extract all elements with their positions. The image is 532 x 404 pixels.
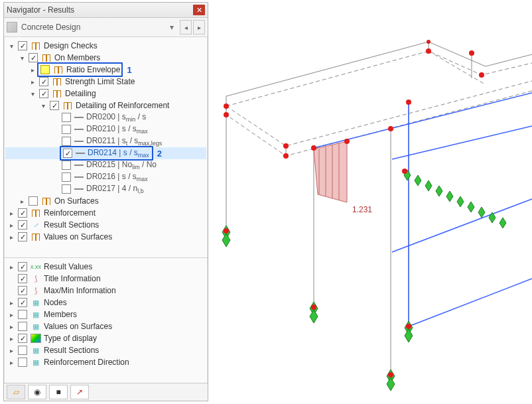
view-mode-button-1[interactable]: ▱	[7, 385, 25, 399]
frame-icon	[53, 65, 64, 74]
view-mode-button-3[interactable]: ■	[49, 385, 68, 399]
tree-node-title-information[interactable]: ⟆ Title Information	[5, 273, 206, 285]
twisty-icon[interactable]: ▸	[7, 358, 16, 367]
tree-label: On Members	[53, 53, 100, 62]
svg-marker-33	[489, 212, 496, 223]
svg-point-37	[283, 143, 289, 149]
twisty-icon[interactable]: ▸	[7, 220, 16, 230]
view-mode-button-2[interactable]: ◉	[28, 385, 46, 399]
checkbox[interactable]	[18, 232, 27, 241]
tree-node-dr0215[interactable]: DR0215 | Nolim / No	[5, 159, 206, 171]
checkbox[interactable]	[18, 274, 27, 283]
checkbox[interactable]	[18, 262, 27, 271]
results-tree[interactable]: ▾ Design Checks ▾ On Members ▸ Ratio Env…	[4, 37, 208, 257]
tree-node-dr0216[interactable]: DR0216 | s / smax	[5, 171, 206, 183]
checkbox[interactable]	[50, 101, 59, 110]
view-mode-button-4[interactable]: ↗	[70, 385, 89, 399]
tree-node-dr0217[interactable]: DR0217 | 4 / nl,b	[5, 183, 206, 195]
tree-node-strength-limit-state[interactable]: ▸ Strength Limit State	[5, 76, 206, 88]
svg-point-39	[311, 145, 316, 151]
checkbox[interactable]	[18, 41, 27, 50]
checkbox[interactable]	[18, 322, 27, 331]
checkbox[interactable]	[62, 184, 71, 194]
twisty-icon[interactable]: ▸	[17, 196, 27, 206]
tree-node-nodes[interactable]: ▸ ▦ Nodes	[5, 297, 206, 308]
twisty-icon[interactable]: ▾	[38, 101, 48, 110]
tree-label: Type of display	[42, 334, 97, 343]
line-icon	[74, 141, 84, 142]
twisty-icon[interactable]: ▾	[17, 53, 27, 62]
checkbox[interactable]	[39, 89, 48, 98]
twisty-icon[interactable]: ▸	[7, 208, 16, 218]
svg-point-45	[469, 50, 474, 56]
checkbox[interactable]	[62, 172, 71, 182]
titlebar: Navigator - Results ✕	[4, 3, 208, 18]
frame-icon	[31, 208, 41, 218]
tree-node-result-values[interactable]: ▸ x.xx Result Values	[5, 261, 206, 273]
highlight-box-1: Ratio Envelope	[37, 62, 123, 77]
design-type-selector[interactable]: Concrete Design ▾ ◂ ▸	[4, 18, 208, 37]
tree-node-maxmin-information[interactable]: ⟆ Max/Min Information	[5, 285, 206, 297]
checkbox[interactable]	[62, 125, 71, 134]
checkbox[interactable]	[18, 286, 27, 295]
checkbox[interactable]	[39, 77, 48, 86]
svg-line-8	[392, 126, 532, 159]
checkbox[interactable]	[18, 298, 27, 307]
callout-2: 2	[157, 149, 162, 159]
tree-label: Values on Surfaces	[42, 232, 112, 241]
checkbox[interactable]	[29, 53, 38, 62]
checkbox[interactable]	[40, 65, 50, 74]
tree-node-dr0210[interactable]: DR0210 | s / smax	[5, 123, 206, 135]
checkbox[interactable]	[29, 196, 38, 206]
values-icon: x.xx	[31, 262, 41, 271]
twisty-icon[interactable]: ▸	[7, 334, 16, 343]
checkbox[interactable]	[18, 208, 27, 218]
twisty-icon[interactable]: ▸	[7, 310, 16, 319]
svg-point-51	[402, 168, 407, 174]
checkbox[interactable]	[62, 137, 71, 146]
tree-node-values-on-surfaces[interactable]: ▸ Values on Surfaces	[5, 231, 206, 243]
tree-node-detailing-of-reinforcement[interactable]: ▾ Detailing of Reinforcement	[5, 100, 206, 111]
checkbox[interactable]	[18, 346, 27, 355]
twisty-icon[interactable]: ▸	[7, 346, 16, 355]
tree-label: Reinforcement	[42, 208, 96, 218]
tree-node-values-on-surfaces2[interactable]: ▸ ▦ Values on Surfaces	[5, 320, 206, 332]
checkbox[interactable]	[18, 220, 27, 230]
prev-design-button[interactable]: ◂	[180, 20, 192, 34]
twisty-icon[interactable]: ▸	[7, 322, 16, 331]
tree-node-result-sections2[interactable]: ▸ ▦ Result Sections	[5, 344, 206, 356]
twisty-icon[interactable]: ▾	[7, 41, 16, 50]
chevron-down-icon[interactable]: ▾	[168, 23, 176, 32]
twisty-icon[interactable]: ▸	[7, 232, 16, 241]
svg-marker-34	[499, 218, 506, 228]
checkbox[interactable]	[63, 149, 72, 158]
twisty-icon[interactable]: ▸	[7, 298, 16, 307]
tree-label: Max/Min Information	[42, 286, 116, 295]
twisty-icon[interactable]: ▸	[7, 262, 16, 271]
cube-icon	[7, 22, 17, 33]
tree-node-ratio-envelope[interactable]: ▸ Ratio Envelope 1	[5, 64, 206, 76]
tree-node-reinforcement-direction[interactable]: ▸ ▦ Reinforcement Direction	[5, 356, 206, 368]
model-viewport[interactable]: 1.231	[210, 0, 532, 404]
checkbox[interactable]	[18, 358, 27, 367]
tree-node-reinforcement[interactable]: ▸ Reinforcement	[5, 207, 206, 219]
tree-node-type-of-display[interactable]: ▸ Type of display	[5, 332, 206, 344]
tree-node-members[interactable]: ▸ ▦ Members	[5, 308, 206, 320]
next-design-button[interactable]: ▸	[193, 20, 205, 34]
tree-node-dr0200[interactable]: DR0200 | smin / s	[5, 111, 206, 123]
checkbox[interactable]	[62, 161, 71, 170]
close-button[interactable]: ✕	[193, 5, 205, 15]
twisty-icon[interactable]: ▾	[28, 89, 37, 98]
twisty-icon[interactable]: ▸	[28, 77, 37, 86]
model-svg: 1.231	[210, 0, 532, 404]
tree-node-result-sections[interactable]: ▸ ⟋ Result Sections	[5, 219, 206, 231]
tree-node-detailing[interactable]: ▾ Detailing	[5, 88, 206, 100]
tree-node-design-checks[interactable]: ▾ Design Checks	[5, 40, 206, 52]
tree-node-on-surfaces[interactable]: ▸ On Surfaces	[5, 195, 206, 207]
checkbox[interactable]	[18, 334, 27, 343]
display-options-tree[interactable]: ▸ x.xx Result Values ⟆ Title Information…	[4, 257, 208, 376]
tree-node-dr0214[interactable]: DR0214 | s / smax 2	[5, 147, 206, 159]
checkbox[interactable]	[18, 310, 27, 319]
checkbox[interactable]	[62, 113, 71, 122]
twisty-icon[interactable]: ▸	[28, 65, 37, 74]
